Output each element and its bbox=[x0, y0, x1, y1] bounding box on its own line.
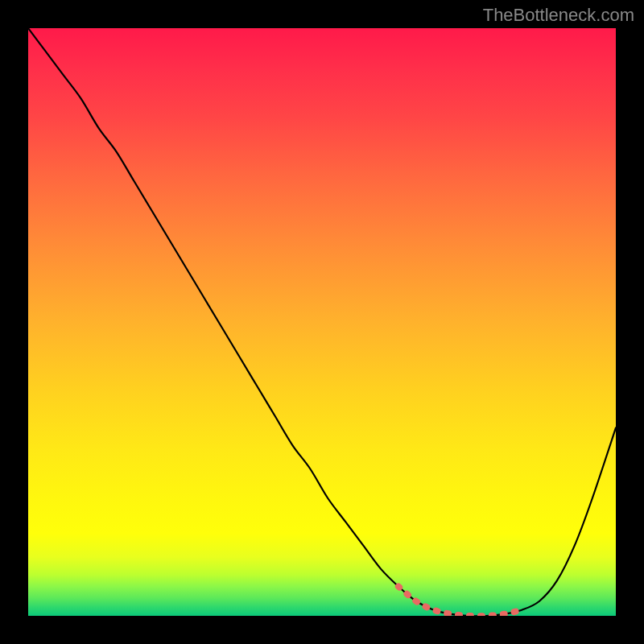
watermark-text: TheBottleneck.com bbox=[483, 5, 634, 26]
curve-line bbox=[28, 28, 616, 616]
curve-optimal-segment bbox=[398, 587, 522, 617]
bottleneck-curve bbox=[28, 28, 616, 616]
plot-area bbox=[28, 28, 616, 616]
chart-container: TheBottleneck.com bbox=[0, 0, 644, 644]
